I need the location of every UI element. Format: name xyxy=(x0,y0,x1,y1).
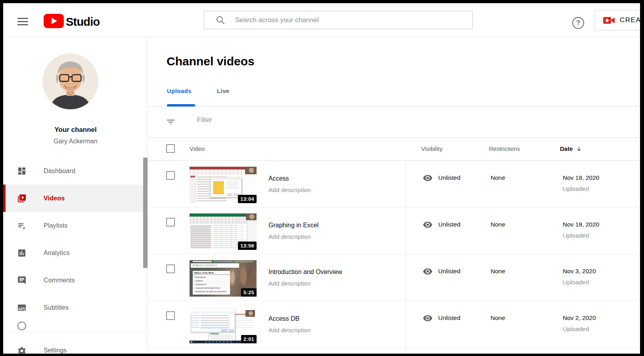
help-icon[interactable]: ? xyxy=(572,17,584,29)
slide-top-label: WORKING IN SCHOOLS xyxy=(191,263,239,268)
date-cell: Nov 3, 2020 Uploaded xyxy=(563,268,596,286)
row-checkbox[interactable] xyxy=(166,171,175,180)
dashboard-icon xyxy=(17,166,27,176)
duration-badge: 13:56 xyxy=(238,242,257,250)
sidebar-item-subtitles[interactable]: Subtitles xyxy=(3,294,148,321)
analytics-icon xyxy=(17,248,27,258)
video-title[interactable]: Graphing in Excel xyxy=(268,222,318,229)
restrictions-cell: None xyxy=(491,221,505,228)
table-header: Video Visibility Restrictions Date xyxy=(148,138,640,161)
filter-icon xyxy=(166,117,176,127)
video-thumbnail[interactable]: WORKING IN SCHOOLS Nature of the Work Pr… xyxy=(190,260,257,297)
duration-badge: 5:25 xyxy=(241,288,257,297)
settings-gear-icon xyxy=(17,346,27,354)
visibility-cell[interactable]: Unlisted xyxy=(423,173,460,183)
video-thumbnail[interactable]: 13:04 xyxy=(190,167,257,203)
unlisted-eye-icon xyxy=(423,220,433,230)
avatar[interactable] xyxy=(42,53,98,109)
tabs: Uploads Live xyxy=(148,37,640,107)
create-button-label: CREATE xyxy=(620,16,640,24)
add-description[interactable]: Add description xyxy=(268,327,311,334)
duration-badge: 13:04 xyxy=(238,195,257,203)
row-checkbox[interactable] xyxy=(166,265,175,273)
channel-name: Gary Ackerman xyxy=(3,138,148,145)
slide-bullet-box: Nature of the Work Procedures Children “… xyxy=(193,271,230,295)
main-content: Channel videos Uploads Live Video Visibi… xyxy=(148,37,640,354)
sidebar-item-settings[interactable]: Settings xyxy=(3,332,148,354)
row-checkbox[interactable] xyxy=(166,218,175,227)
video-row[interactable]: WORKING IN SCHOOLS Nature of the Work Pr… xyxy=(148,254,640,301)
video-row[interactable]: 13:56 Graphing in Excel Add description … xyxy=(148,208,640,254)
video-title[interactable]: Introduction and Overview xyxy=(268,268,342,276)
sidebar-menu: Dashboard Videos Playlists Analytics xyxy=(3,157,148,331)
duration-badge: 2:01 xyxy=(241,335,257,343)
filter-bar xyxy=(148,107,640,138)
topbar: Studio ? CREATE xyxy=(3,3,640,37)
row-checkbox[interactable] xyxy=(166,311,175,320)
channel-title: Your channel xyxy=(3,126,148,134)
visibility-cell[interactable]: Unlisted xyxy=(423,267,460,276)
visibility-cell[interactable]: Unlisted xyxy=(423,220,460,230)
sidebar-item-comments[interactable]: Comments xyxy=(3,267,148,294)
add-description[interactable]: Add description xyxy=(268,233,311,240)
copyright-icon-partial xyxy=(17,322,26,330)
column-date-sort[interactable]: Date xyxy=(560,145,582,152)
video-row[interactable]: 13:04 Access Add description Unlisted No… xyxy=(148,161,640,208)
video-title[interactable]: Access xyxy=(268,175,289,182)
help-glyph: ? xyxy=(576,19,580,27)
sidebar-item-analytics[interactable]: Analytics xyxy=(3,239,148,267)
webcam-inset xyxy=(245,167,257,174)
video-row[interactable]: 2:01 Access DB Add description Unlisted … xyxy=(148,301,640,348)
youtube-studio-window: Studio ? CREATE xyxy=(3,3,640,354)
add-description[interactable]: Add description xyxy=(268,280,311,287)
visibility-cell[interactable]: Unlisted xyxy=(423,313,460,323)
video-table-rows: 13:04 Access Add description Unlisted No… xyxy=(148,161,640,354)
youtube-studio-logo[interactable]: Studio xyxy=(44,14,100,30)
restrictions-cell: None xyxy=(491,174,505,181)
sidebar-item-videos[interactable]: Videos xyxy=(3,185,148,212)
subtitles-icon xyxy=(17,303,27,312)
access-table-icon xyxy=(213,181,224,194)
excel-label-column xyxy=(190,225,211,248)
filter-input[interactable] xyxy=(197,116,395,124)
sidebar-scrollbar[interactable] xyxy=(143,158,148,268)
unlisted-eye-icon xyxy=(423,173,433,183)
webcam-inset xyxy=(245,310,255,317)
tab-uploads[interactable]: Uploads xyxy=(167,88,192,94)
select-all-checkbox[interactable] xyxy=(166,144,175,153)
search-input[interactable] xyxy=(235,16,472,24)
videos-icon xyxy=(17,194,27,203)
playlists-icon xyxy=(17,221,27,230)
column-divider xyxy=(406,161,406,354)
youtube-play-icon xyxy=(44,14,64,30)
date-cell: Nov 18, 2020 Uploaded xyxy=(563,221,599,239)
webcam-inset xyxy=(246,213,257,220)
create-button[interactable]: CREATE xyxy=(594,10,640,30)
tab-live[interactable]: Live xyxy=(217,88,230,94)
sidebar-item-playlists[interactable]: Playlists xyxy=(3,212,148,239)
video-title[interactable]: Access DB xyxy=(268,315,299,322)
column-video: Video xyxy=(190,145,205,152)
create-video-icon xyxy=(603,16,615,25)
add-description[interactable]: Add description xyxy=(268,187,311,194)
video-thumbnail[interactable]: 13:56 xyxy=(190,213,257,250)
sidebar: Your channel Gary Ackerman Dashboard Vid… xyxy=(3,37,148,354)
column-restrictions: Restrictions xyxy=(489,145,520,152)
date-cell: Nov 2, 2020 Uploaded xyxy=(563,314,596,333)
studio-wordmark: Studio xyxy=(66,15,100,29)
restrictions-cell: None xyxy=(491,314,505,322)
video-thumbnail[interactable]: 2:01 xyxy=(190,307,257,343)
unlisted-eye-icon xyxy=(423,313,433,323)
column-visibility: Visibility xyxy=(421,145,443,152)
search-icon xyxy=(215,15,226,25)
restrictions-cell: None xyxy=(491,268,505,275)
unlisted-eye-icon xyxy=(423,267,433,276)
sidebar-item-dashboard[interactable]: Dashboard xyxy=(3,157,148,185)
search-box xyxy=(204,11,473,29)
date-cell: Nov 18, 2020 Uploaded xyxy=(563,174,599,192)
comments-icon xyxy=(17,276,27,285)
sort-descending-icon xyxy=(576,146,582,152)
menu-icon[interactable] xyxy=(17,18,28,26)
